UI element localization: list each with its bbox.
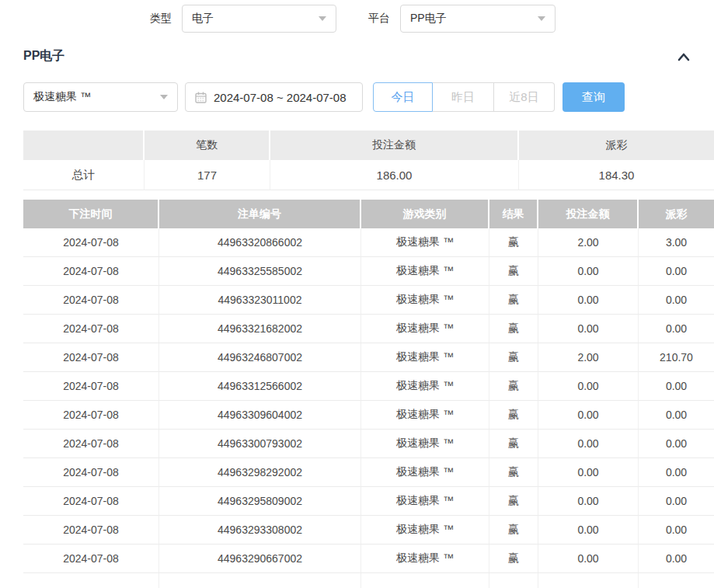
cell-bet-id: 44963309604002 — [159, 401, 361, 430]
cell-bet-time: 2024-07-08 — [23, 343, 159, 372]
chevron-up-icon — [677, 51, 691, 62]
cell-bet-time: 2024-07-08 — [23, 458, 159, 487]
cell-bet-time — [23, 573, 159, 588]
collapse-button[interactable] — [677, 51, 691, 62]
table-row: 2024-07-0844963246807002极速糖果 ™赢2.00210.7… — [23, 343, 714, 372]
cell-bet-time: 2024-07-08 — [23, 286, 159, 315]
cell-bet-amount — [538, 573, 639, 588]
cell-payout: 0.00 — [639, 286, 714, 315]
type-select-value: 电子 — [192, 12, 214, 26]
search-button[interactable]: 查询 — [562, 82, 625, 112]
table-row — [23, 573, 714, 588]
cell-result: 赢 — [489, 430, 538, 458]
cell-result: 赢 — [489, 487, 538, 516]
table-row: 2024-07-0844963295809002极速糖果 ™赢0.000.00 — [23, 487, 714, 516]
cell-bet-id — [159, 573, 361, 588]
cell-bet-id: 44963325585002 — [159, 257, 361, 286]
records-header-row: 下注时间 注单编号 游戏类别 结果 投注金额 派彩 — [23, 200, 714, 228]
cell-bet-id: 44963320866002 — [159, 228, 361, 257]
yesterday-button[interactable]: 昨日 — [433, 82, 494, 112]
type-label: 类型 — [150, 12, 172, 26]
cell-game-type: 极速糖果 ™ — [361, 286, 489, 315]
cell-game-type: 极速糖果 ™ — [361, 516, 489, 545]
summary-total-label: 总计 — [23, 160, 145, 190]
cell-game-type: 极速糖果 ™ — [361, 487, 489, 516]
summary-header-count: 笔数 — [145, 130, 270, 160]
header-game-type: 游戏类别 — [361, 200, 489, 228]
cell-bet-amount: 0.00 — [538, 401, 639, 430]
summary-header-row: 笔数 投注金额 派彩 — [23, 130, 714, 160]
summary-header-bet-amount: 投注金额 — [270, 130, 519, 160]
cell-bet-amount: 0.00 — [538, 487, 639, 516]
cell-payout: 210.70 — [639, 343, 714, 372]
header-bet-id: 注单编号 — [159, 200, 361, 228]
game-select[interactable]: 极速糖果 ™ — [23, 82, 178, 112]
table-row: 2024-07-0844963293308002极速糖果 ™赢0.000.00 — [23, 516, 714, 545]
today-button[interactable]: 今日 — [373, 82, 433, 112]
cell-bet-id: 44963312566002 — [159, 372, 361, 401]
cell-bet-id: 44963300793002 — [159, 430, 361, 458]
summary-payout-value: 184.30 — [519, 160, 714, 190]
cell-result — [489, 573, 538, 588]
chevron-down-icon — [319, 16, 326, 21]
cell-bet-id: 44963295809002 — [159, 487, 361, 516]
cell-bet-id: 44963246807002 — [159, 343, 361, 372]
platform-select[interactable]: PP电子 — [400, 5, 556, 33]
cell-bet-amount: 0.00 — [538, 315, 639, 343]
cell-bet-id: 44963293308002 — [159, 516, 361, 545]
date-range-picker[interactable]: 2024-07-08 ~ 2024-07-08 — [185, 82, 363, 112]
cell-game-type: 极速糖果 ™ — [361, 458, 489, 487]
table-row: 2024-07-0844963321682002极速糖果 ™赢0.000.00 — [23, 315, 714, 343]
cell-game-type: 极速糖果 ™ — [361, 430, 489, 458]
cell-bet-id: 44963298292002 — [159, 458, 361, 487]
cell-game-type: 极速糖果 ™ — [361, 228, 489, 257]
cell-result: 赢 — [489, 257, 538, 286]
cell-game-type: 极速糖果 ™ — [361, 257, 489, 286]
summary-count-value: 177 — [145, 160, 270, 190]
table-row: 2024-07-0844963309604002极速糖果 ™赢0.000.00 — [23, 401, 714, 430]
records-table: 下注时间 注单编号 游戏类别 结果 投注金额 派彩 2024-07-084496… — [23, 200, 714, 588]
cell-bet-amount: 0.00 — [538, 286, 639, 315]
cell-bet-time: 2024-07-08 — [23, 545, 159, 573]
cell-bet-amount: 2.00 — [538, 343, 639, 372]
cell-bet-time: 2024-07-08 — [23, 315, 159, 343]
cell-result: 赢 — [489, 286, 538, 315]
cell-payout: 0.00 — [639, 372, 714, 401]
header-payout: 派彩 — [639, 200, 714, 228]
cell-payout: 0.00 — [639, 257, 714, 286]
summary-total-row: 总计 177 186.00 184.30 — [23, 160, 714, 190]
cell-game-type — [361, 573, 489, 588]
cell-bet-id: 44963321682002 — [159, 315, 361, 343]
summary-header-payout: 派彩 — [519, 130, 714, 160]
cell-bet-time: 2024-07-08 — [23, 516, 159, 545]
cell-result: 赢 — [489, 458, 538, 487]
type-select[interactable]: 电子 — [182, 5, 336, 33]
cell-game-type: 极速糖果 ™ — [361, 545, 489, 573]
cell-game-type: 极速糖果 ™ — [361, 343, 489, 372]
last-8-days-button[interactable]: 近8日 — [494, 82, 555, 112]
summary-header-blank — [23, 130, 145, 160]
cell-result: 赢 — [489, 228, 538, 257]
header-bet-time: 下注时间 — [23, 200, 159, 228]
cell-bet-time: 2024-07-08 — [23, 228, 159, 257]
game-select-value: 极速糖果 ™ — [33, 90, 91, 104]
cell-payout: 0.00 — [639, 545, 714, 573]
cell-payout: 3.00 — [639, 228, 714, 257]
calendar-icon — [195, 92, 207, 103]
table-row: 2024-07-0844963320866002极速糖果 ™赢2.003.00 — [23, 228, 714, 257]
table-row: 2024-07-0844963298292002极速糖果 ™赢0.000.00 — [23, 458, 714, 487]
chevron-down-icon — [160, 95, 168, 99]
chevron-down-icon — [538, 16, 545, 21]
cell-bet-amount: 0.00 — [538, 430, 639, 458]
cell-payout: 0.00 — [639, 401, 714, 430]
table-row: 2024-07-0844963312566002极速糖果 ™赢0.000.00 — [23, 372, 714, 401]
cell-payout: 0.00 — [639, 516, 714, 545]
cell-result: 赢 — [489, 401, 538, 430]
filter-bar: 极速糖果 ™ 2024-07-08 ~ 2024-07-08 今日 昨日 近8日… — [23, 82, 714, 112]
cell-bet-amount: 0.00 — [538, 372, 639, 401]
cell-bet-time: 2024-07-08 — [23, 257, 159, 286]
summary-bet-amount-value: 186.00 — [270, 160, 519, 190]
platform-select-value: PP电子 — [410, 12, 447, 26]
header-result: 结果 — [489, 200, 538, 228]
page: { "filters_top": { "type_label": "类型", "… — [0, 0, 714, 588]
